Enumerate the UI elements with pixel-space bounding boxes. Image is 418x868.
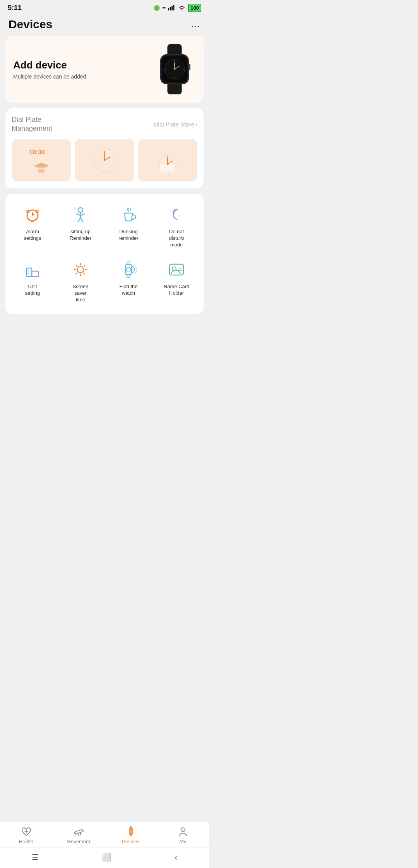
namecard-label: Name CardHolder bbox=[164, 284, 189, 297]
svg-point-54 bbox=[126, 267, 131, 272]
screensaver-label: Screensavertime bbox=[72, 284, 88, 303]
settings-grid: Alarmsettings sitting upR bbox=[9, 201, 200, 307]
drinking-icon bbox=[118, 205, 139, 225]
unit-label: Unitsetting bbox=[25, 284, 40, 297]
alarm-settings-item[interactable]: Alarmsettings bbox=[9, 201, 56, 252]
svg-line-23 bbox=[104, 157, 110, 160]
alarm-label: Alarmsettings bbox=[24, 229, 41, 242]
battery-icon: 100 bbox=[188, 4, 201, 12]
watch-image bbox=[153, 44, 196, 94]
svg-point-12 bbox=[174, 68, 175, 70]
sitting-icon bbox=[70, 205, 91, 225]
svg-point-20 bbox=[38, 169, 45, 173]
status-icons: 🟢 •• 100 bbox=[154, 4, 201, 12]
svg-point-34 bbox=[36, 210, 38, 213]
alarm-icon bbox=[22, 205, 43, 225]
dial-plate-section: Dial PlateManagement Dial Plate Store › … bbox=[5, 108, 204, 188]
svg-line-48 bbox=[84, 273, 85, 274]
svg-rect-55 bbox=[170, 264, 183, 275]
add-device-text: Add device Multiple devices can be added bbox=[13, 59, 86, 80]
svg-rect-0 bbox=[168, 8, 169, 10]
dnd-icon bbox=[166, 205, 187, 225]
page-title: Devices bbox=[9, 18, 52, 31]
svg-rect-2 bbox=[171, 6, 173, 10]
sitting-reminder-item[interactable]: sitting upReminder bbox=[57, 201, 104, 252]
add-device-title: Add device bbox=[13, 59, 86, 71]
status-bar: 5:11 🟢 •• 100 bbox=[0, 0, 209, 14]
screensaver-item[interactable]: Screensavertime bbox=[57, 256, 104, 307]
chevron-right-icon: › bbox=[195, 121, 197, 128]
dial-header: Dial PlateManagement Dial Plate Store › bbox=[12, 115, 197, 133]
svg-point-42 bbox=[77, 267, 84, 273]
status-time: 5:11 bbox=[8, 4, 22, 12]
page-header: Devices ... bbox=[0, 14, 209, 36]
svg-rect-3 bbox=[173, 5, 175, 10]
svg-point-35 bbox=[78, 208, 83, 212]
dial-face-3[interactable] bbox=[138, 139, 197, 181]
svg-line-49 bbox=[84, 265, 85, 267]
svg-point-33 bbox=[27, 210, 29, 213]
dial-faces-container: 10:30 bbox=[12, 139, 197, 181]
signal-icon bbox=[168, 4, 176, 12]
svg-point-29 bbox=[167, 163, 169, 165]
dnd-mode-item[interactable]: Do notdisturbmode bbox=[153, 201, 200, 252]
screensaver-icon bbox=[70, 260, 91, 280]
drinking-label: Drinkingreminder bbox=[118, 229, 138, 242]
namecard-icon bbox=[166, 260, 187, 280]
svg-rect-37 bbox=[32, 271, 39, 277]
svg-line-47 bbox=[76, 265, 77, 267]
settings-card: Alarmsettings sitting upR bbox=[5, 194, 204, 314]
wifi-icon bbox=[178, 4, 186, 12]
drinking-reminder-item[interactable]: Drinkingreminder bbox=[105, 201, 152, 252]
dial-face-1[interactable]: 10:30 bbox=[12, 139, 71, 181]
add-device-card[interactable]: Add device Multiple devices can be added bbox=[5, 36, 204, 103]
svg-text:10:30: 10:30 bbox=[29, 149, 45, 155]
dot-dot: •• bbox=[162, 5, 166, 11]
app-icon: 🟢 bbox=[154, 5, 160, 11]
svg-rect-26 bbox=[160, 164, 175, 173]
dnd-label: Do notdisturbmode bbox=[169, 229, 184, 248]
dial-plate-title: Dial PlateManagement bbox=[12, 115, 52, 133]
svg-line-50 bbox=[76, 273, 77, 274]
svg-rect-1 bbox=[170, 7, 171, 10]
find-watch-label: Find thewatch bbox=[120, 284, 138, 297]
dial-store-link[interactable]: Dial Plate Store › bbox=[154, 121, 197, 128]
sitting-label: sitting upReminder bbox=[70, 229, 91, 242]
svg-point-24 bbox=[103, 159, 105, 161]
namecard-item[interactable]: Name CardHolder bbox=[153, 256, 200, 307]
find-watch-icon bbox=[118, 260, 139, 280]
find-watch-item[interactable]: Find thewatch bbox=[105, 256, 152, 307]
svg-rect-17 bbox=[188, 64, 190, 70]
add-device-subtitle: Multiple devices can be added bbox=[13, 73, 86, 80]
dial-face-2[interactable] bbox=[75, 139, 134, 181]
more-button[interactable]: ... bbox=[191, 19, 200, 29]
unit-icon bbox=[22, 260, 43, 280]
unit-setting-item[interactable]: Unitsetting bbox=[9, 256, 56, 307]
